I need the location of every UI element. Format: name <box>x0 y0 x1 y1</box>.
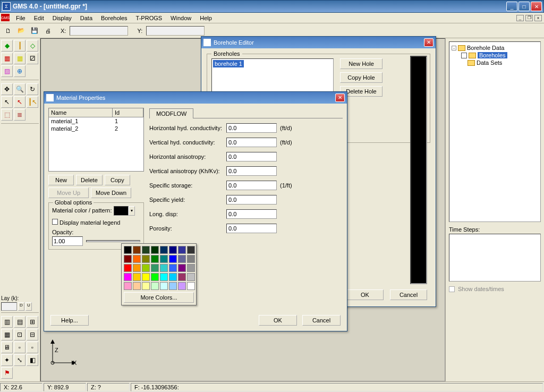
color-cell[interactable] <box>187 255 195 263</box>
color-cell[interactable] <box>178 273 186 281</box>
new-hole-button[interactable]: New Hole <box>340 58 382 69</box>
color-cell[interactable] <box>169 246 177 254</box>
copy-hole-button[interactable]: Copy Hole <box>340 72 382 83</box>
collapse-icon[interactable]: ⤡ <box>14 354 26 366</box>
color-cell[interactable] <box>151 255 159 263</box>
prop-input[interactable] <box>226 138 277 147</box>
col-name[interactable]: Name <box>49 108 113 117</box>
prop-input[interactable] <box>226 152 277 161</box>
color-cell[interactable] <box>169 273 177 281</box>
tree-expand-icon[interactable]: - <box>452 46 456 50</box>
color-dropdown-button[interactable]: ▾ <box>129 206 135 216</box>
menu-tprogs[interactable]: T-PROGS <box>132 14 167 22</box>
tab-modflow[interactable]: MODFLOW <box>149 108 193 118</box>
pan-icon[interactable]: ✥ <box>1 83 13 95</box>
color-cell[interactable] <box>187 273 195 281</box>
prop-input[interactable] <box>226 181 277 190</box>
mdi-minimize-button[interactable]: _ <box>516 15 524 21</box>
tree-datasets[interactable]: Data Sets <box>477 59 502 66</box>
color-cell[interactable] <box>151 282 159 290</box>
color-cell[interactable] <box>124 273 132 281</box>
timesteps-list[interactable] <box>449 234 541 282</box>
prop-input[interactable] <box>226 123 277 133</box>
misc-tool-5-icon[interactable]: ⊡ <box>14 329 26 340</box>
color-cell[interactable] <box>142 246 150 254</box>
more-colors-button[interactable]: More Colors... <box>124 292 194 303</box>
menu-boreholes[interactable]: Boreholes <box>97 14 132 22</box>
showdates-checkbox[interactable] <box>449 286 455 292</box>
opacity-slider[interactable] <box>86 240 140 242</box>
misc-tool-2-icon[interactable]: ▤ <box>14 316 26 328</box>
opacity-input[interactable] <box>52 236 83 246</box>
menu-help[interactable]: Help <box>196 14 216 22</box>
zoom-icon[interactable]: 🔍 <box>14 83 26 95</box>
color-cell[interactable] <box>187 264 195 272</box>
borehole-ok-button[interactable]: OK <box>346 289 384 300</box>
display-legend-checkbox[interactable] <box>52 219 58 225</box>
menu-edit[interactable]: Edit <box>30 14 48 22</box>
borehole-cancel-button[interactable]: Cancel <box>390 289 427 300</box>
misc-tool-8-icon[interactable]: ▫ <box>27 342 38 353</box>
select-red-icon[interactable]: ↖ <box>14 96 26 108</box>
tree-view[interactable]: -Borehole Data Boreholes Data Sets <box>449 41 541 222</box>
color-cell[interactable] <box>133 255 141 263</box>
color-cell[interactable] <box>133 246 141 254</box>
menu-file[interactable]: File <box>12 14 30 22</box>
copy-material-button[interactable]: Copy <box>105 175 130 185</box>
color-cell[interactable] <box>151 246 159 254</box>
help-button[interactable]: Help... <box>50 315 89 326</box>
color-cell[interactable] <box>124 264 132 272</box>
color-cell[interactable] <box>142 264 150 272</box>
grid-red-icon[interactable]: ▦ <box>1 53 13 64</box>
layer-up-button[interactable]: U <box>26 302 32 311</box>
cube-green-icon[interactable]: ◆ <box>1 40 13 52</box>
material-cancel-button[interactable]: Cancel <box>302 315 341 326</box>
layers-icon[interactable]: ≣ <box>14 109 26 121</box>
mat-row-name[interactable]: material_2 <box>49 125 113 132</box>
misc-tool-9-icon[interactable]: ✦ <box>1 354 13 366</box>
tree-root[interactable]: Borehole Data <box>467 45 504 51</box>
section-icon[interactable]: ⬚ <box>1 109 13 121</box>
menu-data[interactable]: Data <box>76 14 97 22</box>
color-cell[interactable] <box>142 255 150 263</box>
dice-icon[interactable]: ⚂ <box>27 53 38 64</box>
color-cell[interactable] <box>169 264 177 272</box>
globe-icon[interactable]: ⊕ <box>14 65 26 77</box>
color-cell[interactable] <box>160 246 168 254</box>
misc-tool-4-icon[interactable]: ▦ <box>1 329 13 340</box>
movedown-button[interactable]: Move Down <box>91 188 131 198</box>
layer-input[interactable] <box>1 302 17 311</box>
color-cell[interactable] <box>178 264 186 272</box>
borehole-list-item[interactable]: borehole 1 <box>213 60 244 67</box>
menu-window[interactable]: Window <box>166 14 196 22</box>
color-cell[interactable] <box>160 282 168 290</box>
color-cell[interactable] <box>178 282 186 290</box>
mdi-close-button[interactable]: x <box>534 15 542 21</box>
color-cell[interactable] <box>160 264 168 272</box>
color-cell[interactable] <box>178 246 186 254</box>
material-table[interactable]: NameId material_11 material_22 <box>48 108 144 172</box>
monitor-icon[interactable]: 🖥 <box>1 342 13 353</box>
tree-checkbox[interactable] <box>461 53 467 58</box>
grid-yellow-icon[interactable]: ▦ <box>14 53 26 64</box>
cube-color-icon[interactable]: ◧ <box>27 354 38 366</box>
color-cell[interactable] <box>151 273 159 281</box>
pointer-icon[interactable]: ↖ <box>1 96 13 108</box>
prop-input[interactable] <box>226 224 277 233</box>
borehole-select-icon[interactable]: ┃↖ <box>27 96 38 108</box>
menu-display[interactable]: Display <box>48 14 76 22</box>
color-cell[interactable] <box>133 264 141 272</box>
color-cell[interactable] <box>124 282 132 290</box>
color-cell[interactable] <box>169 255 177 263</box>
color-cell[interactable] <box>142 273 150 281</box>
color-cell[interactable] <box>160 255 168 263</box>
prop-input[interactable] <box>226 209 277 219</box>
color-cell[interactable] <box>187 246 195 254</box>
cube-wire-icon[interactable]: ◇ <box>27 40 38 52</box>
misc-tool-6-icon[interactable]: ⊟ <box>27 329 38 340</box>
mdi-restore-button[interactable]: ❐ <box>525 15 533 21</box>
new-material-button[interactable]: New <box>48 175 74 185</box>
moveup-button[interactable]: Move Up <box>48 188 89 198</box>
color-cell[interactable] <box>187 282 195 290</box>
color-swatch[interactable] <box>114 206 129 216</box>
